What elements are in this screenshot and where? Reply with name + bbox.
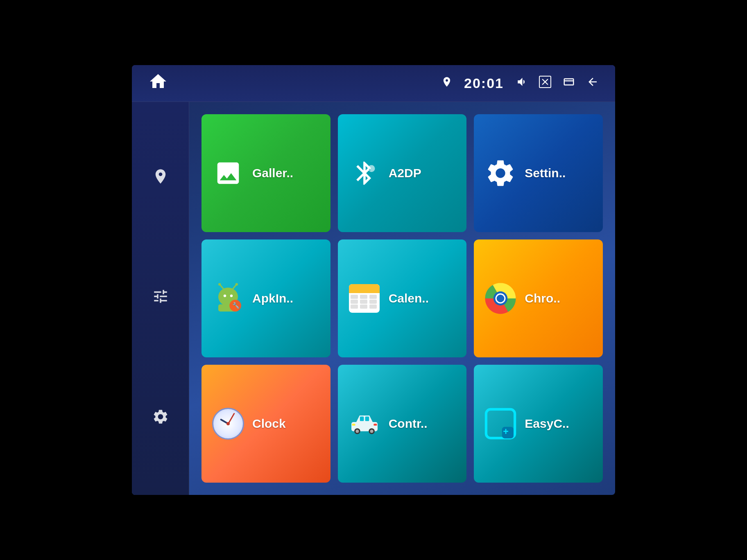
easyconnect-icon: + bbox=[482, 405, 519, 442]
svg-rect-26 bbox=[374, 424, 377, 426]
location-icon bbox=[441, 76, 453, 90]
easyconnect-label: EasyC.. bbox=[525, 417, 569, 431]
chrome-icon bbox=[482, 280, 519, 317]
app-tile-clock[interactable]: Clock bbox=[201, 365, 330, 483]
svg-point-17 bbox=[497, 295, 505, 303]
svg-rect-0 bbox=[564, 79, 574, 85]
gallery-icon bbox=[210, 155, 247, 192]
clock-label: Clock bbox=[252, 417, 286, 431]
svg-rect-25 bbox=[352, 424, 355, 426]
calendar-label: Calen.. bbox=[389, 291, 429, 305]
sidebar bbox=[132, 102, 189, 495]
volume-icon[interactable] bbox=[515, 76, 527, 91]
apkinstaller-label: ApkIn.. bbox=[252, 291, 293, 305]
car-screen: 20:01 bbox=[132, 65, 615, 495]
back-icon[interactable] bbox=[586, 76, 599, 91]
svg-point-9 bbox=[224, 294, 226, 297]
main-content: Galler.. ♪ A2DP bbox=[132, 102, 615, 495]
svg-point-22 bbox=[355, 429, 359, 433]
app-tile-chrome[interactable]: Chro.. bbox=[474, 239, 603, 357]
settings-label: Settin.. bbox=[525, 166, 566, 180]
svg-text:♪: ♪ bbox=[368, 167, 371, 173]
calendar-icon bbox=[346, 280, 383, 317]
app-tile-gallery[interactable]: Galler.. bbox=[201, 114, 330, 232]
svg-point-8 bbox=[235, 283, 238, 285]
sidebar-item-settings[interactable] bbox=[145, 402, 176, 436]
sidebar-item-location[interactable] bbox=[145, 161, 176, 195]
svg-point-10 bbox=[230, 294, 233, 297]
chrome-label: Chro.. bbox=[525, 291, 560, 305]
app-tile-settings[interactable]: Settin.. bbox=[474, 114, 603, 232]
svg-point-6 bbox=[218, 283, 221, 285]
car-icon bbox=[346, 405, 383, 442]
home-icon[interactable] bbox=[148, 72, 168, 95]
svg-text:+: + bbox=[503, 426, 509, 437]
close-icon[interactable] bbox=[539, 76, 551, 91]
app-tile-easyconnect[interactable]: + EasyC.. bbox=[474, 365, 603, 483]
settings-gear-icon bbox=[482, 155, 519, 192]
window-icon[interactable] bbox=[563, 76, 575, 91]
a2dp-label: A2DP bbox=[389, 166, 421, 180]
sidebar-item-equalizer[interactable] bbox=[145, 281, 176, 315]
controller-label: Contr.. bbox=[389, 417, 428, 431]
gallery-label: Galler.. bbox=[252, 166, 293, 180]
app-tile-a2dp[interactable]: ♪ A2DP bbox=[338, 114, 467, 232]
app-tile-controller[interactable]: Contr.. bbox=[338, 365, 467, 483]
time-display: 20:01 bbox=[464, 75, 504, 91]
svg-point-24 bbox=[370, 429, 373, 433]
svg-text:🔧: 🔧 bbox=[232, 302, 240, 309]
app-tile-apkinstaller[interactable]: 🔧 ApkIn.. bbox=[201, 239, 330, 357]
clock-icon bbox=[210, 405, 247, 442]
app-grid: Galler.. ♪ A2DP bbox=[189, 102, 615, 495]
android-icon: 🔧 bbox=[210, 280, 247, 317]
svg-rect-20 bbox=[365, 416, 369, 421]
bluetooth-icon: ♪ bbox=[346, 155, 383, 192]
app-tile-calendar[interactable]: Calen.. bbox=[338, 239, 467, 357]
status-bar: 20:01 bbox=[441, 75, 599, 91]
svg-rect-19 bbox=[360, 416, 364, 421]
top-bar: 20:01 bbox=[132, 65, 615, 102]
